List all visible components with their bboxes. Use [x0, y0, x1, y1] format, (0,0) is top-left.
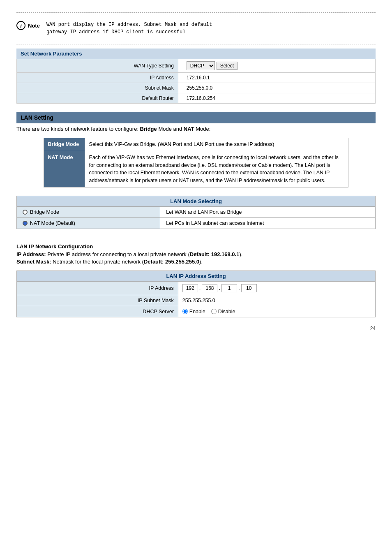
note-label: Note [28, 23, 40, 29]
lan-mode-header: LAN Mode Selecting [17, 196, 376, 206]
wan-select-container: DHCP Static PPPoE Select [187, 61, 371, 70]
dhcp-server-value: Enable Disable [178, 306, 375, 317]
ip-sep-3: . [238, 285, 240, 291]
nat-mode-select-row: NAT Mode (Default) Let PCs in LAN subnet… [17, 217, 376, 229]
bottom-divider [16, 44, 376, 44]
dhcp-disable-radio[interactable] [211, 309, 217, 314]
wan-type-label: WAN Type Setting [17, 59, 178, 73]
nat-radio-dot [23, 221, 28, 226]
note-icon: i Note [16, 21, 40, 30]
info-icon: i [16, 21, 25, 30]
subnet-mask-label: Subnet Mask [17, 83, 178, 93]
bridge-mode-desc: Select this VIP-Gw as Bridge. (WAN Port … [85, 138, 348, 151]
wan-type-row: WAN Type Setting DHCP Static PPPoE Selec… [17, 59, 376, 73]
lan-ip-address-input-cell: . . . [178, 281, 375, 295]
bridge-radio-dot [23, 210, 28, 215]
wan-type-value: DHCP Static PPPoE Select [178, 59, 375, 73]
ip-octet-2[interactable] [202, 284, 217, 292]
lan-mode-selecting-table: LAN Mode Selecting Bridge Mode Let WAN a… [16, 196, 376, 229]
dhcp-server-row: DHCP Server Enable Disable [17, 306, 376, 317]
wan-select-button[interactable]: Select [217, 62, 238, 70]
dhcp-enable-label[interactable]: Enable [182, 309, 205, 314]
ip-sep-2: . [218, 285, 221, 291]
ip-inputs: . . . [182, 284, 371, 292]
dhcp-radio-group: Enable Disable [182, 309, 371, 314]
lan-ip-config-section: LAN IP Network Configuration IP Address:… [16, 243, 376, 265]
nat-mode-select-cell[interactable]: NAT Mode (Default) [17, 217, 160, 229]
ip-sep-1: . [199, 285, 201, 291]
ip-address-desc: IP Address: Private IP address for conne… [16, 251, 376, 257]
lan-ip-address-table: LAN IP Address Setting IP Address . . . … [16, 271, 376, 317]
bridge-mode-radio[interactable]: Bridge Mode [23, 209, 154, 215]
lan-subnet-mask-row: IP Subnet Mask 255.255.255.0 [17, 295, 376, 306]
lan-ip-address-row: IP Address . . . [17, 281, 376, 295]
dhcp-server-label: DHCP Server [17, 306, 178, 317]
lan-setting-section: LAN Setting There are two kinds of netwo… [16, 112, 376, 187]
ip-octet-1[interactable] [182, 284, 198, 292]
subnet-mask-value: 255.255.0.0 [178, 83, 375, 93]
dhcp-disable-text: Disable [218, 309, 235, 314]
note-text: WAN port display the IP address, Subnet … [46, 21, 212, 36]
ip-address-label: IP Address [17, 73, 178, 83]
lan-ip-address-label: IP Address [17, 281, 178, 295]
bridge-mode-label: Bridge Mode [44, 138, 85, 151]
nat-mode-radio[interactable]: NAT Mode (Default) [23, 220, 154, 226]
wan-type-select[interactable]: DHCP Static PPPoE [187, 61, 215, 70]
bridge-mode-row: Bridge Mode Select this VIP-Gw as Bridge… [44, 138, 348, 151]
lan-setting-desc: There are two kinds of network feature t… [16, 126, 376, 132]
dhcp-enable-radio[interactable] [182, 309, 188, 314]
lan-ip-config-title: LAN IP Network Configuration [16, 243, 376, 250]
lan-mode-header-row: LAN Mode Selecting [17, 196, 376, 206]
bridge-mode-select-row: Bridge Mode Let WAN and LAN Port as Brid… [17, 206, 376, 217]
subnet-mask-row: Subnet Mask 255.255.0.0 [17, 83, 376, 93]
set-network-header: Set Network Parameters [16, 49, 376, 59]
lan-subnet-mask-value: 255.255.255.0 [178, 295, 375, 306]
lan-ip-header-row: LAN IP Address Setting [17, 271, 376, 281]
ip-address-row: IP Address 172.16.0.1 [17, 73, 376, 83]
lan-setting-header: LAN Setting [16, 112, 376, 123]
ip-octet-3[interactable] [221, 284, 237, 292]
dhcp-disable-label[interactable]: Disable [211, 309, 235, 314]
set-network-table: WAN Type Setting DHCP Static PPPoE Selec… [16, 59, 376, 104]
top-divider [16, 12, 376, 13]
bridge-mode-select-desc: Let WAN and LAN Port as Bridge [160, 206, 376, 217]
nat-mode-label: NAT Mode [44, 151, 85, 187]
set-network-section: Set Network Parameters WAN Type Setting … [16, 49, 376, 104]
ip-address-value: 172.16.0.1 [178, 73, 375, 83]
bridge-mode-select-cell[interactable]: Bridge Mode [17, 206, 160, 217]
default-router-row: Default Router 172.16.0.254 [17, 93, 376, 104]
nat-mode-select-desc: Let PCs in LAN subnet can access Interne… [160, 217, 376, 229]
lan-ip-table-header: LAN IP Address Setting [17, 271, 376, 281]
page-number: 24 [16, 326, 376, 331]
ip-octet-4[interactable] [241, 284, 257, 292]
nat-mode-row: NAT Mode Each of the VIP-GW has two Ethe… [44, 151, 348, 187]
subnet-mask-desc: Subnet Mask: Netmask for the local priva… [16, 259, 376, 265]
lan-subnet-mask-label: IP Subnet Mask [17, 295, 178, 306]
default-router-value: 172.16.0.254 [178, 93, 375, 104]
default-router-label: Default Router [17, 93, 178, 104]
mode-table: Bridge Mode Select this VIP-Gw as Bridge… [44, 138, 349, 187]
note-section: i Note WAN port display the IP address, … [16, 17, 376, 40]
dhcp-enable-text: Enable [189, 309, 205, 314]
nat-mode-desc: Each of the VIP-GW has two Ethernet inte… [85, 151, 348, 187]
